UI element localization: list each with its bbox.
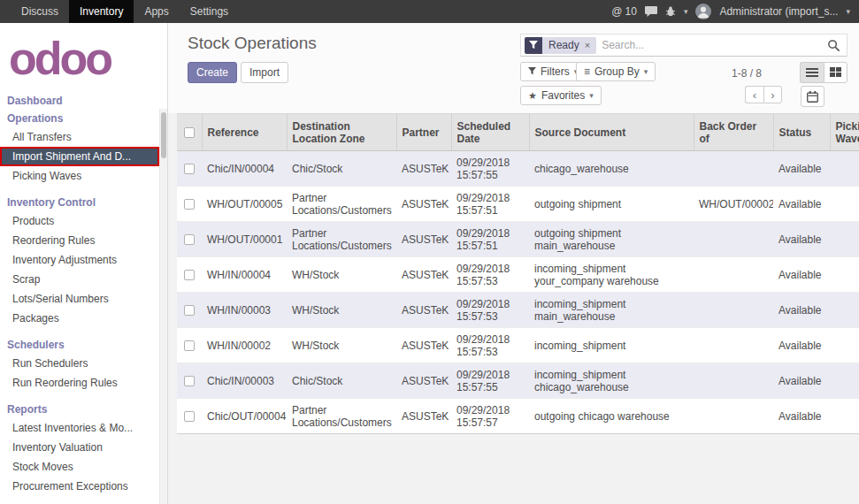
pager-next-button[interactable]: › (763, 86, 782, 103)
group-by-button[interactable]: ≡ Group By ▾ (576, 62, 656, 81)
menu-inventory-control[interactable]: Inventory Control (0, 194, 167, 211)
cell-reference[interactable]: Chic/OUT/00004 (202, 399, 287, 434)
chevron-down-icon[interactable]: ▾ (846, 7, 850, 16)
row-checkbox[interactable] (184, 305, 195, 316)
create-button[interactable]: Create (188, 62, 237, 83)
cell-source-document[interactable]: outgoing shipment (529, 187, 694, 222)
table-row[interactable]: WH/IN/00002 WH/Stock ASUSTeK 09/29/2018 … (177, 328, 859, 363)
cell-reference[interactable]: WH/IN/00002 (202, 328, 287, 363)
menu-schedulers[interactable]: Schedulers (0, 336, 167, 354)
sidebar-item-packages[interactable]: Packages (0, 309, 167, 328)
cell-source-document[interactable]: chicago_warehouse (529, 151, 694, 187)
sidebar-item-procurement-exceptions[interactable]: Procurement Exceptions (0, 477, 167, 496)
sidebar-item-latest-inventories[interactable]: Latest Inventories & Mo... (0, 418, 167, 438)
kanban-view-button[interactable] (824, 62, 847, 83)
cell-back-order[interactable] (694, 328, 773, 363)
menu-settings[interactable]: Settings (180, 0, 239, 23)
column-header-source-document[interactable]: Source Document (529, 114, 694, 151)
table-row[interactable]: Chic/OUT/00004 Partner Locations/Custome… (177, 399, 859, 434)
cell-destination[interactable]: Partner Locations/Customers (287, 187, 396, 222)
cell-scheduled-date[interactable]: 09/29/2018 15:57:53 (451, 328, 529, 363)
column-header-picking-wave[interactable]: Picking Wave (830, 114, 859, 151)
cell-partner[interactable]: ASUSTeK (396, 293, 451, 328)
cell-picking-wave[interactable] (830, 187, 859, 222)
messages-icon[interactable] (645, 6, 657, 17)
cell-partner[interactable]: ASUSTeK (396, 328, 451, 363)
sidebar-item-import-shipment[interactable]: Import Shipment And D... (0, 147, 159, 166)
cell-partner[interactable]: ASUSTeK (396, 257, 451, 293)
mention-counter[interactable]: @ 10 (611, 5, 637, 18)
cell-back-order[interactable] (694, 151, 773, 187)
table-row[interactable]: WH/IN/00003 WH/Stock ASUSTeK 09/29/2018 … (177, 293, 859, 328)
table-row[interactable]: WH/IN/00004 WH/Stock ASUSTeK 09/29/2018 … (177, 257, 859, 293)
sidebar-item-picking-waves[interactable]: Picking Waves (0, 166, 167, 186)
sidebar-item-inventory-valuation[interactable]: Inventory Valuation (0, 438, 167, 457)
cell-status[interactable]: Available (773, 293, 830, 328)
cell-status[interactable]: Available (773, 151, 830, 187)
column-header-back-order[interactable]: Back Order of (694, 114, 773, 151)
cell-destination[interactable]: WH/Stock (287, 328, 396, 363)
menu-apps[interactable]: Apps (134, 0, 179, 23)
cell-partner[interactable]: ASUSTeK (396, 187, 451, 222)
row-checkbox[interactable] (184, 234, 195, 245)
cell-back-order[interactable] (694, 363, 773, 399)
table-row[interactable]: Chic/IN/00004 Chic/Stock ASUSTeK 09/29/2… (177, 151, 859, 187)
import-button[interactable]: Import (241, 62, 288, 83)
cell-reference[interactable]: WH/OUT/00005 (202, 187, 287, 222)
sidebar-item-reordering-rules[interactable]: Reordering Rules (0, 231, 167, 250)
chevron-down-icon[interactable]: ▾ (684, 7, 688, 16)
cell-partner[interactable]: ASUSTeK (396, 399, 451, 434)
sidebar-item-products[interactable]: Products (0, 211, 167, 231)
column-header-reference[interactable]: Reference (202, 114, 287, 151)
cell-back-order[interactable] (694, 222, 773, 257)
column-header-scheduled-date[interactable]: Scheduled Date (451, 114, 529, 151)
sidebar-item-all-transfers[interactable]: All Transfers (0, 127, 167, 147)
row-checkbox[interactable] (184, 164, 195, 174)
row-checkbox[interactable] (184, 376, 195, 386)
row-checkbox[interactable] (184, 199, 195, 210)
cell-reference[interactable]: WH/OUT/00001 (202, 222, 287, 257)
cell-picking-wave[interactable] (830, 399, 859, 434)
user-menu[interactable]: Administrator (import_s... (719, 5, 838, 18)
table-row[interactable]: WH/OUT/00001 Partner Locations/Customers… (177, 222, 859, 257)
menu-reports[interactable]: Reports (0, 401, 167, 418)
cell-status[interactable]: Available (773, 187, 830, 222)
avatar[interactable] (695, 4, 711, 19)
cell-reference[interactable]: Chic/IN/00003 (202, 363, 287, 399)
cell-scheduled-date[interactable]: 09/29/2018 15:57:53 (451, 293, 529, 328)
sidebar-item-scrap[interactable]: Scrap (0, 270, 167, 289)
sidebar-item-inventory-adjustments[interactable]: Inventory Adjustments (0, 250, 167, 270)
scrollbar-thumb[interactable] (161, 112, 166, 158)
remove-facet-icon[interactable]: × (585, 40, 590, 50)
cell-source-document[interactable]: outgoing shipment main_warehouse (529, 222, 694, 257)
cell-status[interactable]: Available (773, 399, 830, 434)
cell-destination[interactable]: Chic/Stock (287, 363, 396, 399)
cell-status[interactable]: Available (773, 328, 830, 363)
cell-source-document[interactable]: incoming_shipment (529, 328, 694, 363)
cell-scheduled-date[interactable]: 09/29/2018 15:57:51 (451, 222, 529, 257)
sidebar-item-stock-moves[interactable]: Stock Moves (0, 457, 167, 477)
menu-discuss[interactable]: Discuss (11, 0, 69, 23)
cell-scheduled-date[interactable]: 09/29/2018 15:57:55 (451, 363, 529, 399)
cell-scheduled-date[interactable]: 09/29/2018 15:57:53 (451, 257, 529, 293)
table-row[interactable]: Chic/IN/00003 Chic/Stock ASUSTeK 09/29/2… (177, 363, 859, 399)
calendar-view-button[interactable] (801, 86, 824, 107)
column-header-partner[interactable]: Partner (396, 114, 451, 151)
cell-status[interactable]: Available (773, 222, 830, 257)
search-input[interactable] (596, 39, 827, 51)
cell-destination[interactable]: Partner Locations/Customers (287, 399, 396, 434)
cell-status[interactable]: Available (773, 363, 830, 399)
menu-dashboard[interactable]: Dashboard (0, 92, 167, 110)
cell-destination[interactable]: Partner Locations/Customers (287, 222, 396, 257)
cell-source-document[interactable]: incoming_shipment chicago_warehouse (529, 363, 694, 399)
sidebar-item-lots-serial-numbers[interactable]: Lots/Serial Numbers (0, 289, 167, 309)
cell-partner[interactable]: ASUSTeK (396, 151, 451, 187)
sidebar-item-run-reordering-rules[interactable]: Run Reordering Rules (0, 373, 167, 393)
cell-picking-wave[interactable] (830, 363, 859, 399)
cell-scheduled-date[interactable]: 09/29/2018 15:57:55 (451, 151, 529, 187)
cell-back-order[interactable] (694, 293, 773, 328)
cell-partner[interactable]: ASUSTeK (396, 363, 451, 399)
cell-source-document[interactable]: incoming_shipment your_company warehouse (529, 257, 694, 293)
cell-destination[interactable]: WH/Stock (287, 257, 396, 293)
row-checkbox[interactable] (184, 411, 195, 422)
